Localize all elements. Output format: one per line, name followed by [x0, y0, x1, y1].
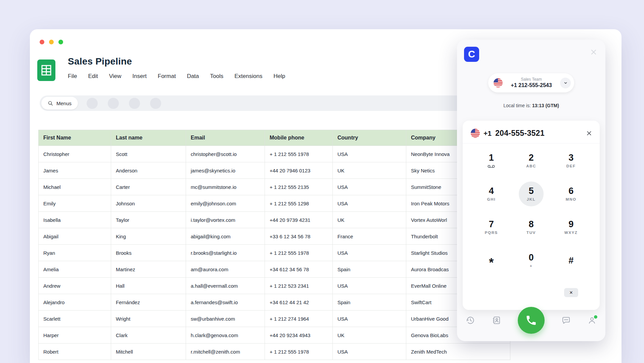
dialed-number[interactable]: 204-555-3521 — [495, 129, 545, 138]
table-cell[interactable]: +44 20 9234 4943 — [265, 327, 333, 344]
table-cell[interactable]: +44 20 9739 4231 — [265, 212, 333, 228]
dialpad-key-7[interactable]: 7PQRS — [479, 215, 504, 240]
table-cell[interactable]: + 1 212 555 1298 — [265, 195, 333, 212]
table-cell[interactable]: Johnson — [111, 195, 186, 212]
table-cell[interactable]: James — [39, 162, 111, 179]
table-cell[interactable]: Isabella — [39, 212, 111, 228]
table-cell[interactable]: Taylor — [111, 212, 186, 228]
table-cell[interactable]: Ryan — [39, 245, 111, 261]
menus-search[interactable]: Menus — [41, 97, 78, 110]
dialpad-key-2[interactable]: 2ABC — [519, 148, 544, 173]
chevron-down-icon[interactable] — [560, 78, 571, 88]
table-cell[interactable]: abigail@king.com — [186, 228, 265, 245]
column-header[interactable]: Email — [186, 130, 265, 146]
table-cell[interactable]: +34 612 44 21 42 — [265, 294, 333, 311]
dialpad-key-3[interactable]: 3DEF — [559, 148, 584, 173]
sms-button[interactable] — [561, 316, 571, 325]
toolbar-button[interactable] — [108, 98, 119, 109]
table-cell[interactable]: UK — [333, 212, 406, 228]
table-cell[interactable]: USA — [333, 146, 406, 162]
column-header[interactable]: First Name — [39, 130, 111, 146]
table-cell[interactable]: Alejandro — [39, 294, 111, 311]
menu-item-data[interactable]: Data — [187, 73, 199, 80]
close-panel-icon[interactable] — [590, 48, 597, 56]
table-cell[interactable]: Mitchell — [111, 344, 186, 360]
table-cell[interactable]: Martinez — [111, 261, 186, 278]
table-cell[interactable]: +44 20 7946 0123 — [265, 162, 333, 179]
table-cell[interactable]: Brooks — [111, 245, 186, 261]
table-cell[interactable]: Spain — [333, 261, 406, 278]
table-cell[interactable]: Michael — [39, 179, 111, 195]
table-cell[interactable]: james@skynetics.io — [186, 162, 265, 179]
table-cell[interactable]: + 1 212 274 1964 — [265, 311, 333, 327]
table-cell[interactable]: a.fernandes@swift.io — [186, 294, 265, 311]
menu-item-extensions[interactable]: Extensions — [234, 73, 262, 80]
toolbar-button[interactable] — [129, 98, 140, 109]
country-code[interactable]: +1 — [484, 129, 492, 137]
table-cell[interactable]: +33 6 12 34 56 78 — [265, 228, 333, 245]
menu-item-format[interactable]: Format — [158, 73, 176, 80]
table-cell[interactable]: USA — [333, 179, 406, 195]
line-selector[interactable]: Sales Team +1 212-555-2543 — [488, 73, 574, 92]
table-cell[interactable]: Carter — [111, 179, 186, 195]
table-cell[interactable]: USA — [333, 245, 406, 261]
clear-number-icon[interactable] — [586, 130, 592, 136]
table-cell[interactable]: King — [111, 228, 186, 245]
table-cell[interactable]: +34 612 34 56 78 — [265, 261, 333, 278]
column-header[interactable]: Country — [333, 130, 406, 146]
table-cell[interactable]: USA — [333, 195, 406, 212]
table-cell[interactable]: r.mitchell@zenith.com — [186, 344, 265, 360]
menu-item-view[interactable]: View — [109, 73, 122, 80]
menu-item-tools[interactable]: Tools — [210, 73, 224, 80]
dialpad-key-8[interactable]: 8TUV — [519, 215, 544, 240]
table-cell[interactable]: + 1 212 555 1978 — [265, 146, 333, 162]
menu-item-file[interactable]: File — [68, 73, 77, 80]
dialpad-key-9[interactable]: 9WXYZ — [559, 215, 584, 240]
table-cell[interactable]: mc@summitstone.io — [186, 179, 265, 195]
table-cell[interactable]: Spain — [333, 294, 406, 311]
column-header[interactable]: Last name — [111, 130, 186, 146]
contacts-button[interactable] — [492, 316, 501, 325]
table-cell[interactable]: Amelia — [39, 261, 111, 278]
table-cell[interactable]: Andrew — [39, 278, 111, 294]
dialpad-key-6[interactable]: 6MNO — [559, 182, 584, 206]
table-cell[interactable]: christopher@scott.io — [186, 146, 265, 162]
table-cell[interactable]: r.brooks@starlight.io — [186, 245, 265, 261]
call-button[interactable] — [518, 307, 545, 334]
table-cell[interactable]: + 1 212 555 1978 — [265, 344, 333, 360]
table-cell[interactable]: Wright — [111, 311, 186, 327]
table-cell[interactable]: Christopher — [39, 146, 111, 162]
menu-item-help[interactable]: Help — [273, 73, 285, 80]
table-cell[interactable]: Scott — [111, 146, 186, 162]
table-cell[interactable]: Hall — [111, 278, 186, 294]
dialpad-key-star[interactable]: * — [479, 248, 504, 273]
dialpad-key-5[interactable]: 5JKL — [519, 182, 544, 206]
table-cell[interactable]: Harper — [39, 327, 111, 344]
menu-item-edit[interactable]: Edit — [88, 73, 98, 80]
close-window-button[interactable] — [40, 40, 44, 44]
table-cell[interactable]: Emily — [39, 195, 111, 212]
table-cell[interactable]: USA — [333, 311, 406, 327]
table-cell[interactable]: am@aurora.com — [186, 261, 265, 278]
dialpad-key-1[interactable]: 1 — [479, 148, 504, 173]
table-cell[interactable]: h.clark@genova.com — [186, 327, 265, 344]
table-cell[interactable]: Clark — [111, 327, 186, 344]
table-cell[interactable]: a.hall@evermall.com — [186, 278, 265, 294]
menu-item-insert[interactable]: Insert — [132, 73, 147, 80]
zoom-window-button[interactable] — [58, 40, 63, 44]
dialpad-key-hash[interactable]: # — [559, 248, 584, 273]
column-header[interactable]: Mobile phone — [265, 130, 333, 146]
table-cell[interactable]: Robert — [39, 344, 111, 360]
agent-status-button[interactable] — [587, 316, 597, 325]
table-cell[interactable]: UK — [333, 162, 406, 179]
backspace-key[interactable]: ✕ — [564, 288, 578, 297]
dialpad-key-0[interactable]: 0+ — [519, 248, 544, 273]
table-cell[interactable]: sw@urbanhive.com — [186, 311, 265, 327]
table-cell[interactable]: UK — [333, 327, 406, 344]
table-cell[interactable]: emily@johnson.com — [186, 195, 265, 212]
dialpad-key-4[interactable]: 4GHI — [479, 182, 504, 206]
table-cell[interactable]: USA — [333, 278, 406, 294]
table-cell[interactable]: Anderson — [111, 162, 186, 179]
table-cell[interactable]: Zenith MedTech — [406, 344, 510, 360]
table-cell[interactable]: + 1 212 523 2341 — [265, 278, 333, 294]
